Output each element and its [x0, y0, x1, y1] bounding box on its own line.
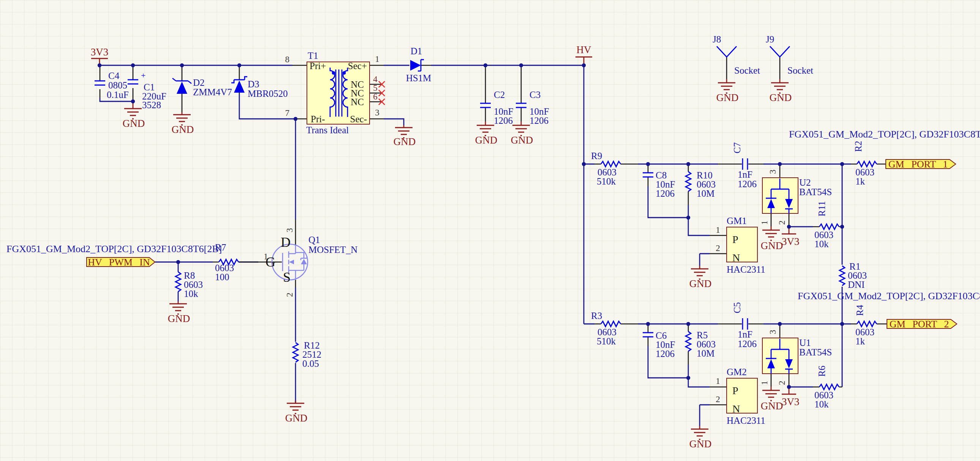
pin-name-nc: NC — [351, 97, 364, 107]
port-gm-port-2[interactable]: GM PORT 2 — [887, 319, 957, 330]
ref-designator: R4 — [855, 305, 865, 316]
resistor-R8[interactable]: R8 0603 10k — [175, 270, 203, 299]
value: MOSFET_N — [309, 245, 358, 255]
resistor-R6[interactable]: R6 0603 10k — [815, 366, 839, 409]
port-label: GM PORT 1 — [888, 159, 948, 170]
package: 0603 — [598, 327, 616, 337]
package: 0805 — [108, 80, 127, 91]
ref-designator: J8 — [713, 34, 721, 45]
ref-designator: C7 — [732, 142, 742, 153]
power-port-hv[interactable]: HV — [577, 44, 592, 56]
resistor-R10[interactable]: R10 0603 10M — [686, 170, 716, 199]
resistor-R5[interactable]: R5 0603 10M — [686, 330, 716, 358]
package: 0603 — [598, 167, 616, 177]
resistor-R1[interactable]: R1 0603 DNI — [840, 261, 867, 290]
ref-designator: R3 — [591, 311, 602, 321]
pin-name-n: N — [732, 403, 740, 415]
package: 0603 — [856, 327, 874, 337]
gnd-label: GND — [761, 400, 783, 412]
ref-designator: D1 — [410, 46, 422, 56]
resistor-R11[interactable]: R11 0603 10k — [815, 201, 839, 249]
value: 10k — [815, 399, 829, 409]
diode-D2-zener[interactable]: D2 ZMM4V7 — [172, 78, 232, 97]
pin-number: 2 — [716, 243, 720, 253]
pin-number: 8 — [285, 55, 290, 64]
value: MBR0520 — [248, 89, 288, 99]
pin-number: 1 — [760, 221, 769, 225]
tube-GM1[interactable]: GM1 HAC2311 P N 1 2 — [716, 216, 765, 275]
gnd-symbols[interactable] — [124, 83, 789, 439]
gnd-label: GND — [716, 92, 739, 103]
ref-designator: C2 — [494, 90, 505, 100]
socket-J9[interactable]: J9 Socket — [766, 34, 813, 76]
gnd-label: GND — [689, 438, 712, 450]
pin-number: 1 — [760, 381, 769, 385]
resistor-R2[interactable]: R2 0603 1k — [853, 141, 877, 186]
pin-number: 2 — [777, 221, 787, 225]
pin-number: 3 — [285, 228, 294, 233]
diode-D1[interactable]: D1 HS1M — [406, 46, 431, 83]
package: 1206 — [655, 188, 675, 199]
value: 1k — [856, 176, 865, 186]
package: 1206 — [530, 115, 549, 126]
resistor-R4[interactable]: R4 0603 1k — [855, 305, 877, 346]
pin-number: 2 — [777, 381, 787, 385]
ref-designator: R8 — [184, 270, 195, 281]
pin-name-p: P — [732, 234, 738, 245]
capacitor-C5-series[interactable]: C5 1nF 1206 — [732, 302, 757, 349]
net-label-3v3: 3V3 — [782, 236, 800, 247]
gnd-label: GND — [689, 278, 712, 289]
transformer-T1[interactable]: T1 Trans Ideal Pri+ Sec+ Pri- Sec- NC NC… — [285, 51, 385, 135]
port-hv-pwm-in[interactable]: HV PWM IN — [87, 257, 155, 268]
value: 1nF — [738, 169, 752, 180]
package: 1206 — [655, 348, 675, 359]
value: 10nF — [530, 107, 549, 116]
value: 10k — [184, 289, 198, 299]
tube-GM2[interactable]: GM2 HAC2311 P N 1 2 — [716, 367, 765, 426]
ref-designator: R10 — [697, 170, 713, 180]
resistor-R3[interactable]: R3 0603 510k — [591, 311, 620, 346]
value: 1k — [856, 336, 865, 346]
power-port-3v3-main[interactable]: 3V3 — [91, 46, 109, 58]
pin-number: 7 — [285, 108, 290, 118]
pin-name-drain: D — [281, 235, 291, 250]
value: 510k — [597, 336, 616, 346]
resistor-R12[interactable]: R12 2512 0.05 — [293, 340, 321, 369]
schematic-sheet: 3V3 HV GND GND GND GND GND GND GND GND G… — [0, 0, 980, 461]
net-label-3v3: 3V3 — [782, 396, 800, 407]
package: 0603 — [848, 270, 867, 281]
pin-number: 3 — [768, 330, 778, 335]
package: 1206 — [738, 179, 757, 189]
gnd-label: GND — [511, 134, 533, 146]
pin-name-sec-minus: Sec- — [350, 114, 367, 124]
ref-designator: GM1 — [727, 216, 747, 226]
capacitor-C7-series[interactable]: C7 1nF 1206 — [732, 142, 757, 189]
value: BAT54S — [799, 187, 832, 197]
value: 10nF — [494, 107, 513, 116]
schematic-canvas: 3V3 HV GND GND GND GND GND GND GND GND G… — [0, 0, 980, 461]
ref-designator: D2 — [193, 78, 205, 88]
pin-number: 1 — [716, 225, 720, 235]
socket-J8[interactable]: J8 Socket — [713, 34, 760, 76]
pin-name-source: S — [283, 270, 291, 285]
ref-designator: R9 — [591, 151, 602, 161]
value: 100 — [215, 272, 229, 282]
package: 0603 — [697, 339, 716, 349]
value: 10nF — [655, 179, 675, 189]
pin-number: 1 — [375, 54, 379, 64]
ref-designator: T1 — [308, 51, 318, 61]
harness-label-right-bottom: FGX051_GM_Mod2_TOP[2C], GD32F103C8T6[4D] — [798, 291, 980, 302]
value: Socket — [788, 65, 813, 76]
pin-name-p: P — [732, 385, 738, 396]
package: 0603 — [856, 167, 874, 177]
value: HAC2311 — [727, 415, 765, 426]
resistor-R9[interactable]: R9 0603 510k — [591, 151, 620, 186]
port-gm-port-1[interactable]: GM PORT 1 — [886, 159, 956, 170]
net-label-3v3: 3V3 — [91, 46, 109, 58]
package: 0603 — [815, 390, 834, 400]
package: 3528 — [142, 100, 161, 110]
package: 1206 — [494, 115, 513, 126]
ref-designator: U2 — [799, 177, 811, 188]
pin-number-nc: 4 — [373, 75, 377, 84]
pin-number: 1 — [264, 252, 268, 261]
